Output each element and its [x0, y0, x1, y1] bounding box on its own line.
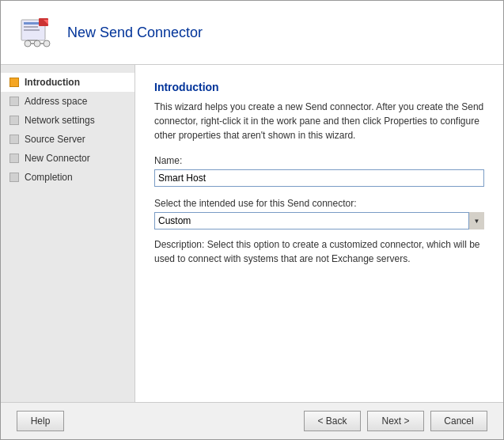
sidebar-item-label: Introduction — [25, 77, 80, 88]
next-button[interactable]: Next > — [367, 411, 424, 431]
help-button[interactable]: Help — [17, 411, 64, 431]
svg-point-6 — [25, 40, 31, 47]
dialog-title: New Send Connector — [67, 25, 203, 41]
bullet-icon — [9, 96, 20, 107]
select-label: Select the intended use for this Send co… — [154, 198, 484, 209]
sidebar-item-address-space[interactable]: Address space — [1, 92, 135, 111]
sidebar-item-completion[interactable]: Completion — [1, 168, 135, 187]
bullet-icon — [9, 115, 20, 126]
name-input[interactable] — [154, 169, 484, 187]
intro-text: This wizard helps you create a new Send … — [154, 100, 484, 142]
sidebar-item-label: Network settings — [25, 115, 95, 126]
sidebar-item-label: New Connector — [25, 153, 90, 164]
name-label: Name: — [154, 155, 484, 166]
footer-right: < Back Next > Cancel — [304, 411, 487, 431]
new-send-connector-dialog: New Send Connector Introduction Address … — [0, 0, 504, 440]
dialog-body: Introduction Address space Network setti… — [1, 65, 503, 402]
cancel-button[interactable]: Cancel — [430, 411, 487, 431]
dialog-footer: Help < Back Next > Cancel — [1, 402, 503, 439]
intended-use-select[interactable]: Custom Internet Internal Partner — [154, 212, 484, 229]
footer-left: Help — [17, 411, 64, 431]
select-wrapper: Custom Internet Internal Partner — [154, 212, 484, 229]
svg-rect-3 — [24, 29, 40, 31]
description-text: Description: Select this option to creat… — [154, 237, 484, 266]
sidebar-item-label: Completion — [25, 172, 73, 183]
bullet-icon — [9, 153, 20, 164]
bullet-icon — [9, 77, 20, 88]
sidebar-item-label: Source Server — [25, 134, 85, 145]
sidebar: Introduction Address space Network setti… — [1, 65, 135, 402]
main-content: Introduction This wizard helps you creat… — [135, 65, 503, 402]
section-title: Introduction — [154, 81, 484, 93]
svg-point-8 — [44, 40, 50, 47]
svg-rect-2 — [24, 26, 38, 28]
sidebar-item-label: Address space — [25, 96, 87, 107]
svg-point-7 — [34, 40, 40, 47]
back-button[interactable]: < Back — [304, 411, 361, 431]
bullet-icon — [9, 134, 20, 145]
bullet-icon — [9, 172, 20, 183]
sidebar-item-new-connector[interactable]: New Connector — [1, 149, 135, 168]
sidebar-item-source-server[interactable]: Source Server — [1, 130, 135, 149]
dialog-header: New Send Connector — [1, 1, 503, 65]
sidebar-item-introduction[interactable]: Introduction — [1, 73, 135, 92]
sidebar-item-network-settings[interactable]: Network settings — [1, 111, 135, 130]
connector-icon — [17, 13, 55, 51]
